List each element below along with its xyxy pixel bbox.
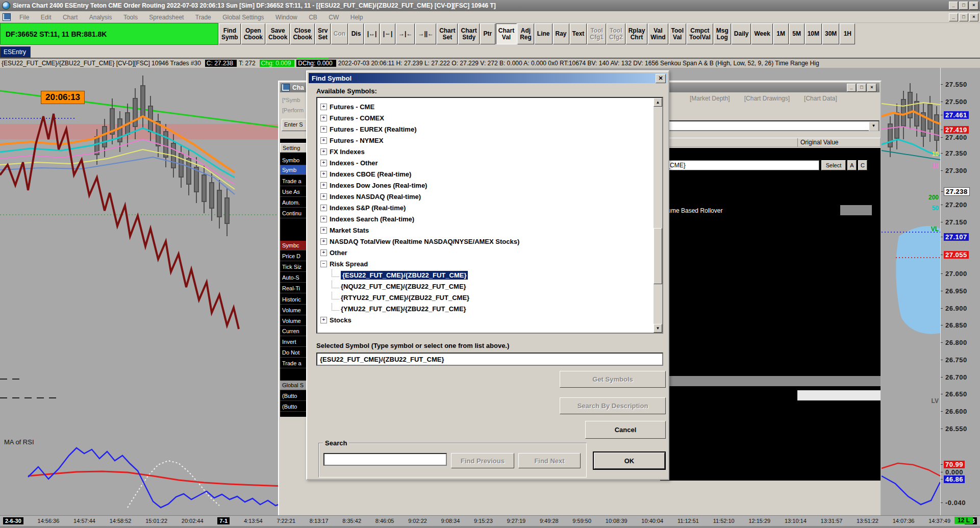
settings-section-item[interactable]: Symb [280, 165, 309, 175]
symbol-tree-item[interactable]: + Stocks [317, 314, 662, 325]
symbol-tree-item[interactable]: + Market Stats [317, 224, 662, 236]
tree-expand-icon[interactable] [332, 292, 339, 299]
menu-item[interactable]: Chart [58, 12, 82, 22]
menu-item[interactable]: Help [346, 12, 368, 22]
settings-section-item[interactable]: (Butto [280, 391, 309, 401]
settings-section-item[interactable]: Tick Siz [280, 262, 309, 272]
symbol-tree-item[interactable]: + Indexes S&P (Real-time) [317, 202, 662, 213]
restore-icon[interactable]: □ [959, 2, 968, 10]
toolbar-button[interactable]: Daily [732, 23, 751, 44]
symbol-tree-item[interactable]: − Risk Spread [317, 258, 662, 269]
toolbar-button[interactable]: Ray [553, 23, 569, 44]
toolbar-button[interactable]: MsgLog [714, 23, 731, 44]
tree-expand-icon[interactable]: + [320, 160, 327, 166]
toolbar-button[interactable]: SrvSet [315, 23, 331, 44]
menu-item[interactable]: Global Settings [218, 12, 268, 22]
scrollbar-thumb[interactable] [654, 228, 662, 284]
toolbar-button[interactable]: ChartSet [437, 23, 458, 44]
menu-item[interactable]: Window [271, 12, 302, 22]
menu-item[interactable]: File [15, 12, 34, 22]
settings-section-item[interactable]: Auto-S [280, 273, 309, 283]
toolbar-button[interactable]: ChartStdy [458, 23, 479, 44]
symbol-tree-item[interactable]: + Indexes CBOE (Real-time) [317, 168, 662, 180]
symbol-tree-item[interactable]: + Futures - COMEX [317, 112, 662, 123]
toolbar-button[interactable]: 1M [773, 23, 789, 44]
settings-section-item[interactable]: Trade a [280, 359, 309, 368]
toolbar-button[interactable]: AdjReg [517, 23, 534, 44]
settings-restore-icon[interactable]: □ [857, 84, 866, 92]
symbol-tree-item[interactable]: {ESU22_FUT_CME}/{ZBU22_FUT_CME} [317, 269, 662, 281]
settings-section-item[interactable]: Trade a [280, 177, 309, 186]
mdi-minimize-icon[interactable]: _ [949, 13, 958, 21]
find-previous-button[interactable]: Find Previous [451, 453, 514, 468]
tree-expand-icon[interactable]: + [320, 182, 327, 189]
toolbar-button[interactable]: 30M [822, 23, 839, 44]
c-button[interactable]: C [858, 160, 867, 170]
symbol-value-input[interactable]: T_CME} [660, 160, 819, 170]
toolbar-button[interactable]: 1H [840, 23, 855, 44]
tree-expand-icon[interactable]: − [320, 261, 327, 267]
settings-close-icon[interactable]: × [867, 84, 876, 92]
select-button[interactable]: Select [821, 160, 846, 170]
toolbar-button[interactable]: →|← [396, 23, 415, 44]
settings-section-item[interactable]: Invert [280, 337, 309, 347]
settings-section-item[interactable]: Real-Ti [280, 284, 309, 293]
a-button[interactable]: A [847, 160, 857, 170]
mdi-close-icon[interactable]: × [969, 13, 978, 21]
settings-tab-link[interactable]: [Market Depth] [690, 95, 737, 102]
enter-symbol-button[interactable]: Enter S [282, 119, 307, 131]
tree-expand-icon[interactable]: + [320, 171, 327, 178]
toolbar-button[interactable]: Ptr [480, 23, 495, 44]
symbol-tree-item[interactable]: {RTYU22_FUT_CME}/{ZBU22_FUT_CME} [317, 292, 662, 303]
symbol-tree-item[interactable]: {YMU22_FUT_CME}/{ZBU22_FUT_CME} [317, 303, 662, 314]
toolbar-button[interactable]: CloseCbook [290, 23, 314, 44]
tree-expand-icon[interactable] [332, 303, 339, 311]
settings-section-item[interactable]: Do Not [280, 348, 309, 358]
settings-section-item[interactable]: (Butto [280, 402, 309, 412]
menu-item[interactable]: CB [304, 12, 322, 22]
settings-section-item[interactable]: Curren [280, 326, 309, 336]
settings-section-item[interactable]: Use As [280, 187, 309, 197]
search-by-description-button[interactable]: Search By Description [560, 397, 666, 414]
symbol-tree-item[interactable]: + Indexes - Other [317, 157, 662, 168]
get-symbols-button[interactable]: Get Symbols [560, 371, 666, 388]
symbol-tree-item[interactable]: + Futures - CME [317, 101, 662, 112]
settings-section-item[interactable]: Volume [280, 306, 309, 315]
symbol-tree-item[interactable]: + NASDAQ TotalView (Realtime NASDAQ/NYSE… [317, 236, 662, 247]
find-symbol-titlebar[interactable]: Find Symbol ✕ [309, 73, 667, 83]
tree-expand-icon[interactable]: + [320, 317, 327, 323]
tree-expand-icon[interactable]: + [320, 227, 327, 234]
toolbar-button[interactable]: Text [570, 23, 587, 44]
tree-expand-icon[interactable]: + [320, 216, 327, 222]
tree-expand-icon[interactable]: + [320, 115, 327, 121]
symbol-tree-item[interactable]: + Futures - NYMEX [317, 135, 662, 146]
symbol-tree-item[interactable]: + FX Indexes [317, 146, 662, 157]
toolbar-button[interactable]: FindSymb [219, 23, 241, 44]
toolbar-button[interactable]: ValWind [648, 23, 668, 44]
dropdown-arrow-icon[interactable]: ▼ [869, 121, 878, 131]
menu-item[interactable]: Tools [119, 12, 142, 22]
toolbar-button[interactable]: |⇔| [380, 23, 395, 44]
settings-section-item[interactable]: Continu [280, 209, 309, 218]
find-next-button[interactable]: Find Next [518, 453, 581, 468]
toolbar-button[interactable]: SaveCbook [266, 23, 290, 44]
toolbar-button[interactable]: CmpctToolVal [687, 23, 713, 44]
tree-expand-icon[interactable]: + [320, 126, 327, 133]
tab-esentry[interactable]: ESEntry [0, 46, 31, 58]
tree-expand-icon[interactable]: + [320, 238, 327, 245]
settings-section-item[interactable]: Setting [280, 143, 309, 153]
close-icon[interactable]: × [969, 2, 978, 10]
toolbar-button[interactable]: 5M [789, 23, 805, 44]
symbol-tree-item[interactable]: + Indexes Search (Real-time) [317, 213, 662, 224]
scroll-down-icon[interactable]: ▼ [654, 324, 662, 333]
dialog-close-icon[interactable]: ✕ [656, 74, 666, 83]
toolbar-button[interactable]: ToolVal [669, 23, 686, 44]
selected-symbol-input[interactable]: {ESU22_FUT_CME}/{ZBU22_FUT_CME} [316, 353, 663, 366]
toolbar-button[interactable]: Week [751, 23, 772, 44]
toolbar-button[interactable]: 10M [805, 23, 822, 44]
scroll-up-icon[interactable]: ▲ [654, 98, 662, 107]
symbol-tree-item[interactable]: + Other [317, 247, 662, 258]
settings-tab-link[interactable]: [Chart Drawings] [744, 95, 797, 102]
toolbar-button[interactable]: ToolCfg2 [607, 23, 625, 44]
menu-item[interactable]: Trade [191, 12, 216, 22]
